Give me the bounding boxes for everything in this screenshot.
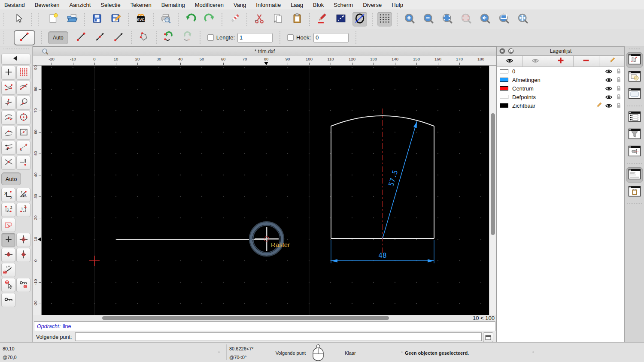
delete-selected-button[interactable]	[227, 12, 242, 27]
menu-bemating[interactable]: Bemating	[161, 2, 185, 8]
float-panel-button[interactable]	[508, 48, 514, 55]
snap-auto-button[interactable]: Auto	[1, 172, 21, 185]
attributes-button[interactable]	[334, 12, 348, 27]
remove-layer-button[interactable]	[574, 56, 599, 66]
edit-layer-button[interactable]	[599, 56, 624, 66]
redo-button[interactable]	[202, 12, 217, 27]
snap-perpendicular-button[interactable]	[1, 96, 15, 110]
document-titlebar[interactable]: * trim.dxf	[33, 47, 496, 56]
vertical-scrollbar-thumb[interactable]	[491, 113, 495, 235]
restrict-orthogonal-button[interactable]	[16, 233, 30, 247]
export-svg-button[interactable]: SVG	[134, 12, 148, 27]
command-input[interactable]	[75, 332, 482, 341]
layer-row[interactable]: Defpoints	[497, 93, 624, 101]
grid-toggle-button[interactable]	[377, 12, 392, 27]
hoek-checkbox[interactable]	[287, 34, 294, 41]
snap-center-button[interactable]	[16, 111, 30, 125]
layer-row[interactable]: Zichtbaar	[497, 101, 624, 110]
menu-selectie[interactable]: Selectie	[100, 2, 120, 8]
line-end-arrow-button[interactable]	[111, 31, 127, 45]
hide-all-layers-button[interactable]	[522, 56, 548, 66]
layer-lock-icon[interactable]	[615, 85, 622, 92]
add-layer-button[interactable]	[548, 56, 574, 66]
horizontal-scrollbar-thumb[interactable]	[102, 316, 389, 320]
menu-scherm[interactable]: Scherm	[334, 2, 353, 8]
dock-projection-button[interactable]	[626, 144, 643, 160]
radial-dimension[interactable]: 57.5	[383, 121, 417, 238]
pointer-button[interactable]	[12, 12, 26, 27]
command-options-button[interactable]	[483, 332, 493, 342]
line-plain-button[interactable]	[73, 31, 89, 45]
snap-tangent-button[interactable]	[16, 96, 30, 110]
snap-nearest-button[interactable]	[1, 111, 15, 125]
snap-reference-button[interactable]	[16, 126, 30, 140]
snap-grid-button[interactable]	[16, 66, 30, 80]
toolbar-drag-handle[interactable]	[38, 13, 42, 26]
menu-bestand[interactable]: Bestand	[4, 2, 25, 8]
menu-tekenen[interactable]: Tekenen	[131, 2, 152, 8]
layer-visibility-icon[interactable]	[605, 102, 613, 109]
dock-clipboard-button[interactable]	[626, 184, 643, 200]
snap-middle-button[interactable]	[1, 126, 15, 140]
relative-point-1-2-button[interactable]: 12	[1, 203, 15, 217]
menu-bewerken[interactable]: Bewerken	[35, 2, 60, 8]
layer-row[interactable]: Centrum	[497, 84, 624, 93]
layer-row[interactable]: 0	[497, 67, 624, 75]
menu-aanzicht[interactable]: Aanzicht	[70, 2, 91, 8]
layer-lock-icon[interactable]	[615, 76, 622, 83]
auto-mode-toggle[interactable]: Auto	[48, 31, 68, 44]
layer-visibility-icon[interactable]	[605, 76, 613, 84]
menu-vang[interactable]: Vang	[234, 2, 246, 8]
menu-blok[interactable]: Blok	[313, 2, 324, 8]
undo-button[interactable]	[183, 12, 198, 27]
menu-diverse[interactable]: Diverse	[363, 2, 382, 8]
layer-visibility-icon[interactable]	[605, 93, 613, 101]
horizontal-scrollbar[interactable]: 10 < 100	[33, 315, 496, 321]
undo-segment-button[interactable]	[161, 31, 177, 45]
drawing-entities[interactable]: 57.5 48	[116, 109, 434, 263]
zoom-pan-button[interactable]	[516, 12, 530, 27]
open-file-button[interactable]	[65, 12, 79, 27]
cut-button[interactable]	[252, 12, 267, 27]
dock-drag-handle[interactable]	[629, 48, 640, 49]
layer-row[interactable]: Afmetingen	[497, 75, 624, 84]
paste-button[interactable]	[290, 12, 304, 27]
zoom-window-button[interactable]	[497, 12, 511, 27]
polyline-close-button[interactable]	[136, 31, 152, 45]
angle-gauge-button[interactable]	[1, 263, 15, 277]
show-all-layers-button[interactable]	[497, 56, 522, 66]
vertical-scrollbar[interactable]	[489, 66, 496, 315]
zoom-out-button[interactable]	[421, 12, 436, 27]
dock-filter-button[interactable]	[626, 127, 643, 142]
collapse-toolbar-button[interactable]	[1, 54, 30, 65]
dock-library-button[interactable]	[626, 87, 643, 102]
snap-on-entity-button[interactable]	[16, 81, 30, 95]
copy-button[interactable]	[271, 12, 286, 27]
layer-visibility-icon[interactable]	[605, 84, 613, 92]
print-preview-button[interactable]	[158, 12, 173, 27]
dock-blocks-button[interactable]	[626, 69, 643, 85]
snap-endpoints-button[interactable]	[1, 81, 15, 95]
zoom-auto-button[interactable]	[440, 12, 455, 27]
dock-layer-list-button[interactable]	[626, 110, 643, 125]
draft-mode-toggle-button[interactable]	[352, 12, 367, 27]
snap-free-button[interactable]	[1, 66, 15, 80]
layer-visibility-icon[interactable]	[605, 67, 613, 75]
toolbar-drag-handle[interactable]	[3, 13, 8, 26]
set-relative-zero-button[interactable]	[1, 278, 15, 292]
layer-lock-icon[interactable]	[615, 102, 622, 109]
snap-restrict-angles-button[interactable]	[1, 141, 15, 155]
zoom-back-button[interactable]	[478, 12, 492, 27]
new-file-button[interactable]	[46, 12, 61, 27]
lengte-input[interactable]	[237, 33, 273, 42]
coordinate-cartesian-button[interactable]: yx	[1, 188, 15, 202]
menu-laag[interactable]: Laag	[291, 2, 303, 8]
layer-lock-icon[interactable]	[615, 94, 622, 100]
lengte-checkbox[interactable]	[207, 34, 214, 41]
toolbar-drag-handle[interactable]	[3, 31, 8, 44]
coordinate-polar-button[interactable]: ra	[16, 188, 30, 202]
close-panel-button[interactable]	[499, 48, 505, 55]
line-both-arrows-button[interactable]	[92, 31, 108, 45]
current-tool-line-button[interactable]	[14, 30, 35, 45]
restrict-vertical-button[interactable]	[16, 248, 30, 262]
